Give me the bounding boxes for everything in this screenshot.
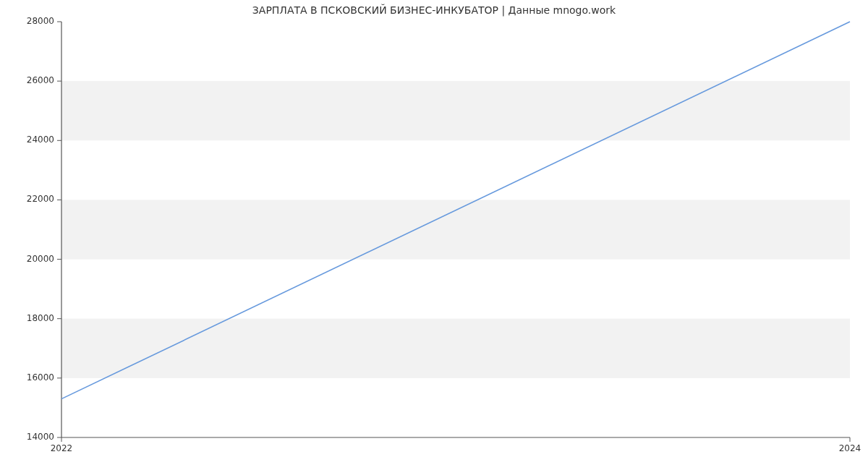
plot-area	[61, 22, 850, 437]
chart-container: ЗАРПЛАТА В ПСКОВСКИЙ БИЗНЕС-ИНКУБАТОР | …	[0, 0, 868, 470]
svg-rect-2	[61, 81, 850, 140]
y-tick-label: 20000	[0, 254, 54, 264]
chart-svg	[61, 22, 850, 437]
y-tick-label: 24000	[0, 134, 54, 145]
y-tick-label: 28000	[0, 16, 54, 26]
y-tick-label: 22000	[0, 194, 54, 204]
y-tick-label: 16000	[0, 372, 54, 383]
x-tick-label: 2022	[47, 443, 76, 453]
chart-title: ЗАРПЛАТА В ПСКОВСКИЙ БИЗНЕС-ИНКУБАТОР | …	[0, 4, 868, 16]
x-tick-label: 2024	[835, 443, 864, 453]
y-tick-label: 14000	[0, 432, 54, 442]
y-tick-label: 18000	[0, 313, 54, 323]
svg-rect-1	[61, 200, 850, 259]
y-tick-label: 26000	[0, 75, 54, 85]
svg-rect-0	[61, 319, 850, 378]
